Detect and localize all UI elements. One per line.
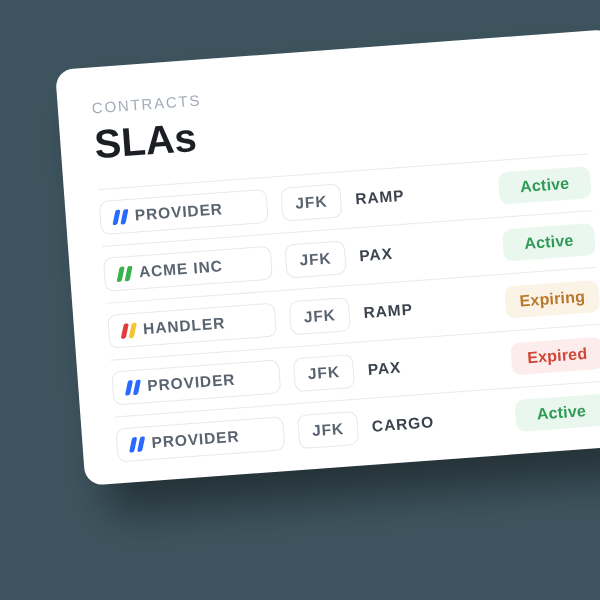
company-name: PROVIDER — [151, 427, 240, 451]
company-name: HANDLER — [143, 314, 226, 338]
airport-code-pill[interactable]: JFK — [293, 354, 355, 392]
company-pill[interactable]: PROVIDER — [99, 189, 269, 235]
airport-code-pill[interactable]: JFK — [289, 297, 351, 335]
company-pill[interactable]: PROVIDER — [111, 359, 281, 405]
company-pill[interactable]: HANDLER — [107, 303, 277, 349]
company-bars-icon — [129, 436, 145, 452]
airport-code-pill[interactable]: JFK — [284, 240, 346, 278]
airport-code-pill[interactable]: JFK — [280, 183, 342, 221]
company-name: PROVIDER — [147, 371, 236, 395]
sla-list: PROVIDERJFKRAMPActiveACME INCJFKPAXActiv… — [98, 153, 600, 473]
sla-card: CONTRACTS SLAs PROVIDERJFKRAMPActiveACME… — [55, 29, 600, 486]
status-badge: Expired — [510, 337, 600, 376]
company-bars-icon — [125, 379, 141, 395]
company-pill[interactable]: ACME INC — [103, 246, 273, 292]
contract-type: CARGO — [371, 408, 502, 435]
contract-type: PAX — [359, 238, 490, 265]
contract-type: RAMP — [363, 295, 492, 322]
status-badge: Active — [502, 223, 596, 262]
status-badge: Expiring — [504, 280, 600, 319]
airport-code-pill[interactable]: JFK — [297, 411, 359, 449]
status-badge: Active — [498, 166, 592, 205]
company-bars-icon — [121, 322, 137, 338]
company-bars-icon — [117, 265, 133, 281]
company-name: PROVIDER — [134, 200, 223, 224]
contract-type: PAX — [367, 351, 498, 378]
contract-type: RAMP — [355, 181, 486, 208]
company-name: ACME INC — [138, 257, 223, 281]
company-pill[interactable]: PROVIDER — [115, 416, 285, 462]
company-bars-icon — [112, 208, 128, 224]
status-badge: Active — [514, 394, 600, 433]
